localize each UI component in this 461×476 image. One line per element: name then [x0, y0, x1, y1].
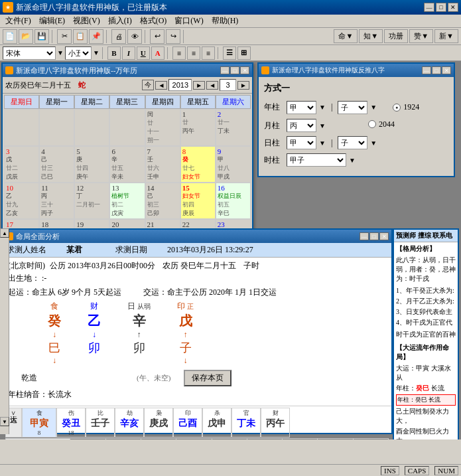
cal-minimize-btn[interactable]: — [220, 66, 230, 74]
size-selector[interactable]: 小五 [65, 46, 92, 60]
shen-sub-arrow-seal: ↓ [177, 356, 194, 366]
gong-btn[interactable]: 功册 [384, 29, 408, 43]
cal-cell-mar11[interactable]: 11 丙 三十 丙子 [39, 183, 74, 219]
save-page-btn[interactable]: 保存本页 [184, 370, 231, 386]
maximize-btn[interactable]: □ [436, 3, 446, 12]
font-selector[interactable]: 宋体 [3, 46, 56, 60]
cal-cell-mar14[interactable]: 14 己 初三 己卯 [145, 183, 180, 219]
redo-btn[interactable]: ↪ [166, 29, 180, 44]
radio-1924[interactable] [393, 104, 401, 112]
cal-cell-mar8[interactable]: 8 癸 廿七 妇女节 [180, 146, 216, 183]
menu-view[interactable]: 视图(V) [69, 14, 104, 28]
cal-cell-mar7[interactable]: 7 壬 廿六 壬申 [145, 146, 180, 183]
save-btn[interactable]: 💾 [34, 29, 49, 44]
new-btn[interactable]: 📄 [3, 29, 17, 44]
dayun-col-2[interactable]: 伤 癸丑 18 [56, 408, 86, 437]
xin-btn[interactable]: 新▼ [434, 29, 458, 43]
next-year-btn[interactable]: ► [193, 81, 205, 90]
color-btn[interactable]: A [151, 46, 165, 60]
month-gan-select[interactable]: 丙 [287, 119, 316, 132]
zan-btn[interactable]: 赞▼ [409, 29, 433, 43]
cal-cell-empty3[interactable] [74, 109, 109, 146]
year-input[interactable] [168, 79, 192, 91]
cal-cell-empty5[interactable]: 闰 廿 十一 朔一 [145, 109, 180, 146]
menu-insert[interactable]: 插入(I) [104, 14, 136, 28]
underline-btn[interactable]: U [137, 46, 150, 60]
analysis-maximize-btn[interactable]: □ [369, 232, 379, 240]
italic-btn[interactable]: I [122, 46, 135, 60]
fanpan-close-btn[interactable]: ✕ [442, 66, 451, 74]
undo-btn[interactable]: ↩ [150, 29, 165, 44]
lunar-date-info: 农历 癸巳年二月十五 [163, 261, 236, 270]
year-zhi-select[interactable]: 子 [338, 101, 367, 114]
bold-btn[interactable]: B [107, 46, 121, 60]
scroll-down-btn[interactable]: ▼ [0, 417, 9, 426]
dayun-col-5[interactable]: 枭 庚戌 [144, 408, 173, 437]
fanpan-minimize-btn[interactable]: — [422, 66, 431, 74]
cal-cell-empty4[interactable] [109, 109, 145, 146]
cal-maximize-btn[interactable]: □ [230, 66, 239, 74]
analysis-title-buttons[interactable]: — □ ✕ [360, 232, 389, 240]
analysis-close-btn[interactable]: ✕ [379, 232, 389, 240]
cal-cell-mar3[interactable]: 3 戊 廿二 戊辰 [4, 146, 39, 183]
today-btn[interactable]: 今 [142, 80, 154, 90]
next-month-btn[interactable]: ► [237, 81, 249, 90]
hour-select[interactable]: 甲子 [287, 153, 346, 167]
zhi-btn[interactable]: 知▼ [359, 29, 383, 43]
dayun-col-6[interactable]: 印 己酉 [173, 408, 202, 437]
menu-format[interactable]: 格式(O) [136, 14, 171, 28]
cal-cell-mar5[interactable]: 5 庚 廿四 庚午 [74, 146, 109, 183]
dayun-col-1[interactable]: 食 甲寅 8 [22, 408, 56, 437]
minimize-btn[interactable]: — [424, 3, 434, 12]
cal-cell-mar2[interactable]: 2 廿一 丁未 [216, 109, 251, 146]
scroll-up-btn[interactable]: ▲ [0, 228, 9, 238]
day-gan-select[interactable]: 甲 [287, 136, 316, 149]
prev-year-btn[interactable]: ◄ [155, 81, 167, 90]
align-center-btn[interactable]: ≡ [187, 46, 200, 60]
dayun-col-3[interactable]: 比 壬子 [86, 408, 115, 437]
dayun-col-4[interactable]: 劫 辛亥 [115, 408, 144, 437]
cal-cell-mar9[interactable]: 9 甲 廿八 甲戌 [216, 146, 251, 183]
copy-btn[interactable]: 📋 [73, 29, 88, 44]
print-btn[interactable]: 🖨 [111, 29, 126, 44]
analysis-minimize-btn[interactable]: — [360, 232, 369, 240]
extra-btn[interactable]: ⊞ [237, 46, 251, 60]
menu-edit[interactable]: 编辑(E) [35, 14, 69, 28]
more-btn[interactable]: ☰ [223, 46, 236, 60]
cal-cell-empty1[interactable] [4, 109, 39, 146]
cal-close-btn[interactable]: ✕ [240, 66, 249, 74]
cal-cell-mar16[interactable]: 16 权益日辰 初五 辛巳 [216, 183, 251, 219]
dayun-col-7[interactable]: 杀 戊申 [202, 408, 231, 437]
prev-month-btn[interactable]: ◄ [206, 81, 218, 90]
cal-cell-mar15[interactable]: 15 妇女节 初四 庚辰 [180, 183, 216, 219]
align-left-btn[interactable]: ≡ [172, 46, 186, 60]
cal-title-buttons[interactable]: — □ ✕ [220, 66, 249, 74]
fanpan-title-buttons[interactable]: — □ ✕ [422, 66, 451, 74]
cal-cell-empty2[interactable] [39, 109, 74, 146]
radio-2044[interactable] [368, 120, 376, 128]
cal-cell-mar13[interactable]: 13 植树节 初二 戊寅 [109, 183, 145, 219]
cal-cell-mar10[interactable]: 10 乙 廿九 乙亥 [4, 183, 39, 219]
close-btn[interactable]: ✕ [448, 3, 458, 12]
menu-window[interactable]: 窗口(W) [170, 14, 207, 28]
cal-cell-mar4[interactable]: 4 己 廿三 己巳 [39, 146, 74, 183]
fanpan-maximize-btn[interactable]: □ [432, 66, 441, 74]
menu-file[interactable]: 文件(F) [1, 14, 35, 28]
paste-btn[interactable]: 📌 [89, 29, 103, 44]
menu-help[interactable]: 帮助(H) [208, 14, 243, 28]
month-input[interactable] [220, 79, 236, 91]
cut-btn[interactable]: ✂ [57, 29, 72, 44]
align-right-btn[interactable]: ≡ [202, 46, 215, 60]
dayun-col-8[interactable]: 官 丁未 [231, 408, 261, 437]
cal-cell-mar12[interactable]: 12 丁 二月初一 [74, 183, 109, 219]
year-gan-select[interactable]: 甲 [287, 101, 316, 114]
ming-btn[interactable]: 命▼ [334, 29, 358, 43]
day-zhi-select[interactable]: 子 [338, 136, 367, 149]
preview-btn[interactable]: 👁 [127, 29, 142, 44]
cal-cell-mar6[interactable]: 6 辛 廿五 辛未 [109, 146, 145, 183]
open-btn[interactable]: 📂 [19, 29, 33, 44]
cal-cell-mar1[interactable]: 1 廿 丙午 [180, 109, 216, 146]
title-buttons[interactable]: — □ ✕ [424, 3, 458, 12]
dayun-col-9[interactable]: 财 丙午 [261, 408, 290, 437]
dayun-gz-8: 丁未 [233, 418, 259, 430]
